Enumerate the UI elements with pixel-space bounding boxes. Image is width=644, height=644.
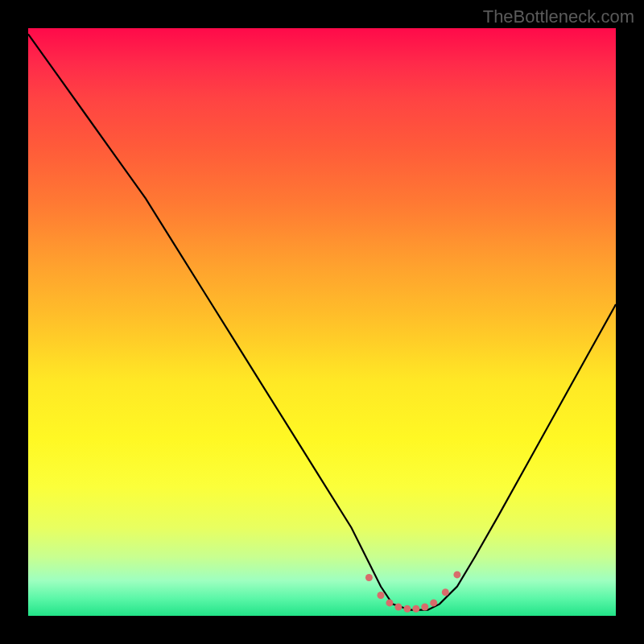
watermark-text: TheBottleneck.com	[483, 6, 634, 27]
bottleneck-curve-line	[28, 34, 616, 609]
marker-dot	[386, 599, 393, 606]
chart-svg	[28, 28, 616, 616]
marker-dot	[442, 588, 449, 596]
marker-dot	[421, 604, 428, 611]
marker-dot	[394, 604, 402, 611]
marker-dot	[453, 571, 460, 578]
min-region-markers	[365, 571, 461, 612]
chart-container: TheBottleneck.com	[0, 0, 644, 644]
marker-dot	[378, 592, 385, 599]
marker-dot	[430, 599, 437, 606]
marker-dot	[412, 605, 419, 613]
marker-dot	[365, 574, 373, 581]
marker-dot	[403, 605, 411, 613]
